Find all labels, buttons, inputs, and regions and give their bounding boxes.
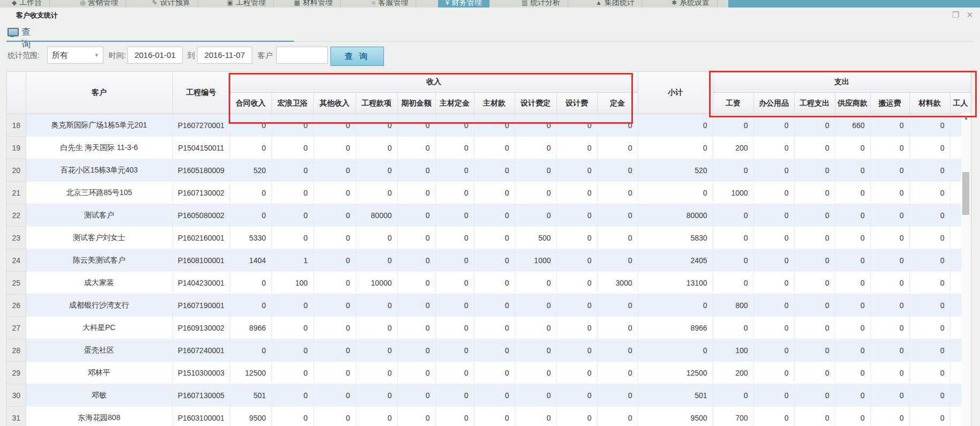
top-tab-8[interactable]: ▥统计分析 [514, 0, 568, 8]
income-value-cell-6[interactable]: 0 [435, 407, 474, 426]
close-icon[interactable]: ✕ [964, 10, 976, 20]
income-value-cell-6[interactable]: 0 [435, 272, 474, 294]
project-number-cell[interactable]: P1605180009 [172, 159, 230, 182]
expense-value-cell-3[interactable]: 0 [794, 272, 835, 294]
expense-value-cell-3[interactable]: 0 [794, 204, 835, 227]
income-value-cell-4[interactable]: 0 [356, 137, 397, 159]
table-row[interactable]: 18奥克斯国际广场1栋5单元201P1607270001000000000000… [7, 114, 971, 137]
income-value-cell-10[interactable]: 0 [597, 159, 638, 182]
income-value-cell-8[interactable]: 0 [515, 384, 556, 407]
expense-value-cell-2[interactable]: 0 [753, 272, 794, 294]
income-value-cell-1[interactable]: 8966 [230, 317, 272, 339]
income-value-cell-2[interactable]: 0 [272, 339, 313, 362]
income-value-cell-2[interactable]: 100 [272, 272, 313, 294]
project-number-cell[interactable]: P1607130005 [172, 384, 230, 407]
income-value-cell-4[interactable]: 0 [356, 362, 397, 384]
customer-cell[interactable]: 邓敏 [26, 384, 172, 407]
project-number-cell[interactable]: P1602160001 [172, 227, 230, 249]
income-value-cell-1[interactable]: 501 [230, 384, 272, 407]
income-value-cell-9[interactable]: 0 [556, 204, 597, 227]
income-value-cell-2[interactable]: 0 [272, 204, 313, 227]
top-tab-1[interactable]: ◆工作台 [4, 0, 50, 8]
row-number-cell[interactable]: 29 [7, 362, 26, 384]
income-value-cell-8[interactable]: 0 [515, 362, 556, 384]
expense-value-cell-3[interactable]: 0 [794, 227, 835, 249]
date-to-input[interactable]: 2016-11-07 [197, 47, 252, 64]
income-value-cell-8[interactable]: 500 [515, 227, 556, 249]
row-number-cell[interactable]: 20 [7, 159, 26, 182]
income-value-cell-1[interactable]: 0 [230, 294, 272, 317]
income-value-cell-3[interactable]: 0 [313, 384, 356, 407]
subtotal-cell[interactable]: 0 [638, 182, 713, 204]
table-row[interactable]: 31东海花园808P160310000195000000000009500700… [7, 407, 971, 426]
income-value-cell-7[interactable]: 0 [474, 362, 515, 384]
income-value-cell-8[interactable]: 1000 [515, 249, 556, 272]
customer-cell[interactable]: 邓林平 [26, 362, 172, 384]
income-value-cell-5[interactable]: 0 [397, 137, 435, 159]
income-value-cell-2[interactable]: 0 [272, 159, 313, 182]
income-value-cell-10[interactable]: 0 [597, 137, 638, 159]
income-value-cell-4[interactable]: 0 [356, 182, 397, 204]
project-number-cell[interactable]: P1607190001 [172, 294, 230, 317]
income-value-cell-5[interactable]: 0 [397, 249, 435, 272]
income-value-cell-1[interactable]: 0 [230, 204, 272, 227]
income-value-cell-2[interactable]: 0 [272, 407, 313, 426]
expense-value-cell-1[interactable]: 100 [713, 339, 753, 362]
expense-value-cell-5[interactable]: 0 [870, 272, 909, 294]
expense-value-cell-2[interactable]: 0 [753, 294, 794, 317]
income-value-cell-2[interactable]: 0 [272, 114, 313, 137]
row-number-cell[interactable]: 21 [7, 182, 26, 204]
row-number-cell[interactable]: 24 [7, 249, 26, 272]
income-value-cell-9[interactable]: 0 [556, 182, 597, 204]
expense-value-cell-5[interactable]: 0 [870, 182, 909, 204]
income-value-cell-8[interactable]: 0 [515, 317, 556, 339]
income-value-cell-3[interactable]: 0 [313, 317, 356, 339]
income-value-cell-7[interactable]: 0 [474, 182, 515, 204]
expense-value-cell-1[interactable]: 0 [713, 384, 753, 407]
income-value-cell-3[interactable]: 0 [313, 249, 356, 272]
table-row[interactable]: 29邓林平P1510300003125000000000001250020000… [7, 362, 971, 384]
customer-cell[interactable]: 北京三环路85号105 [26, 182, 172, 204]
income-value-cell-7[interactable]: 0 [474, 294, 515, 317]
expense-value-cell-5[interactable]: 0 [870, 159, 909, 182]
income-value-cell-10[interactable]: 0 [597, 362, 638, 384]
income-value-cell-6[interactable]: 0 [435, 249, 474, 272]
income-value-cell-9[interactable]: 0 [556, 227, 597, 249]
income-value-cell-10[interactable]: 0 [597, 339, 638, 362]
income-value-cell-8[interactable]: 0 [515, 182, 556, 204]
expense-value-cell-1[interactable]: 1000 [713, 182, 753, 204]
customer-cell[interactable]: 白先生 海天国际 11-3-6 [26, 137, 172, 159]
expense-value-cell-3[interactable]: 0 [794, 114, 835, 137]
expense-value-cell-2[interactable]: 0 [753, 159, 794, 182]
subtotal-cell[interactable]: 0 [638, 114, 713, 137]
expense-value-cell-6[interactable]: 0 [909, 407, 950, 426]
expense-value-cell-4[interactable]: 0 [835, 137, 870, 159]
income-value-cell-2[interactable]: 0 [272, 294, 313, 317]
income-value-cell-7[interactable]: 0 [474, 407, 515, 426]
project-number-cell[interactable]: P1607270001 [172, 114, 230, 137]
project-number-cell[interactable]: P1605080002 [172, 204, 230, 227]
customer-cell[interactable]: 测试客户 [26, 204, 172, 227]
expense-value-cell-3[interactable]: 0 [794, 362, 835, 384]
expense-value-cell-2[interactable]: 0 [753, 227, 794, 249]
income-value-cell-3[interactable]: 0 [313, 362, 356, 384]
scrollbar-thumb[interactable] [962, 172, 969, 215]
income-value-cell-1[interactable]: 0 [230, 114, 272, 137]
expense-value-cell-6[interactable]: 0 [909, 227, 950, 249]
income-value-cell-9[interactable]: 0 [556, 272, 597, 294]
income-value-cell-7[interactable]: 0 [474, 204, 515, 227]
expense-value-cell-6[interactable]: 0 [909, 339, 950, 362]
income-value-cell-4[interactable]: 0 [356, 249, 397, 272]
expense-value-cell-5[interactable]: 0 [870, 227, 909, 249]
row-number-cell[interactable]: 30 [7, 384, 26, 407]
expense-value-cell-3[interactable]: 0 [794, 159, 835, 182]
expense-value-cell-1[interactable]: 0 [713, 249, 753, 272]
expense-value-cell-4[interactable]: 0 [835, 339, 870, 362]
top-tab-3[interactable]: ✎设计预算 [145, 0, 198, 8]
expense-value-cell-6[interactable]: 0 [909, 249, 950, 272]
expense-value-cell-6[interactable]: 0 [909, 204, 950, 227]
income-value-cell-4[interactable]: 0 [356, 339, 397, 362]
table-row[interactable]: 26成都银行沙湾支行P16071900010000000000080000000 [7, 294, 971, 317]
income-value-cell-2[interactable]: 0 [272, 182, 313, 204]
income-value-cell-9[interactable]: 0 [556, 249, 597, 272]
